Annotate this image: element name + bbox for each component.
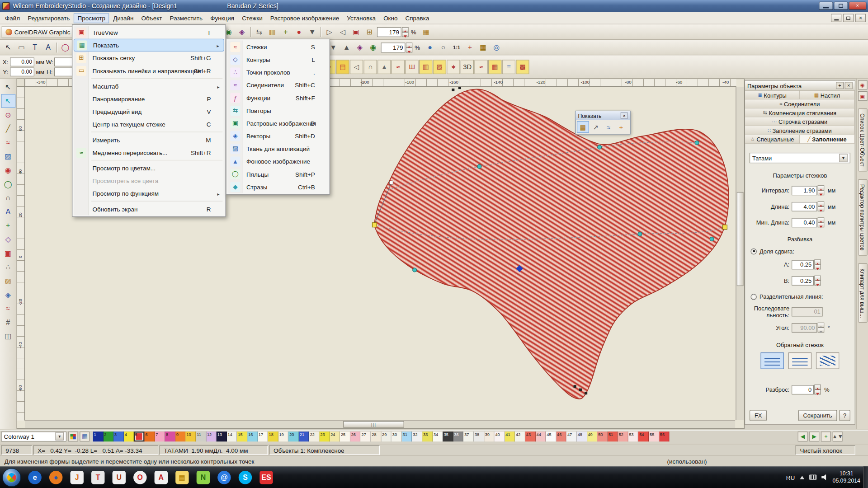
toolbar-icon[interactable]: ▥: [266, 25, 279, 38]
stitch-effect-icon[interactable]: ∩: [364, 60, 377, 74]
toolbar-icon[interactable]: T: [28, 41, 41, 54]
docked-panel-tab[interactable]: Клипарт для выш...: [858, 263, 867, 323]
show-submenu-item[interactable]: ◈ Векторы Shift+D: [227, 130, 328, 142]
palette-scroll-icon[interactable]: ▲▼: [833, 431, 843, 441]
color-swatch[interactable]: 19: [278, 431, 289, 441]
color-swatch[interactable]: 13: [217, 431, 227, 441]
menu-item[interactable]: Функция: [207, 13, 238, 23]
view-menu-item[interactable]: ▣ TrueView T: [74, 26, 224, 39]
color-swatch[interactable]: 44: [536, 431, 546, 441]
stitch-effect-icon[interactable]: ∗: [447, 60, 460, 74]
angle-spinner[interactable]: [818, 323, 825, 333]
coreldraw-mode-button[interactable]: CorelDRAW Graphic: [2, 26, 74, 38]
stitch-effect-icon[interactable]: ▩: [516, 60, 529, 74]
menu-item[interactable]: Растровое изображение: [266, 13, 343, 23]
start-button[interactable]: [2, 468, 21, 487]
color-swatch[interactable]: 45: [546, 431, 557, 441]
zoom-input[interactable]: 179: [377, 27, 401, 37]
tool-button[interactable]: #: [1, 315, 15, 329]
toolbar-icon[interactable]: [249, 25, 253, 38]
color-swatch[interactable]: 3: [113, 431, 124, 441]
toolbar-icon[interactable]: ⇆: [252, 25, 265, 38]
tool-button[interactable]: ∴: [1, 260, 15, 274]
tool-button[interactable]: ▣: [1, 246, 15, 260]
floating-toolbar-button[interactable]: ≈: [602, 121, 614, 133]
help-button[interactable]: ?: [839, 410, 850, 421]
view-menu-item[interactable]: Просмотр по функциям: [74, 187, 224, 200]
fx-button[interactable]: FX: [750, 410, 767, 421]
scrollbar-thumb[interactable]: [737, 192, 744, 286]
mdi-close-button[interactable]: ×: [855, 14, 866, 22]
panel-tab[interactable]: ⋯Строчка стразами: [745, 117, 854, 126]
taskbar-app[interactable]: ES: [256, 468, 277, 487]
floating-toolbar-button[interactable]: ▦: [577, 121, 589, 133]
taskbar-app[interactable]: ▤: [172, 468, 193, 487]
backstitch-option-1[interactable]: [760, 352, 783, 369]
strip-button[interactable]: ▣: [858, 91, 867, 101]
sequence-input[interactable]: 01: [792, 307, 823, 316]
color-swatch[interactable]: 23: [320, 431, 330, 441]
floating-toolbar-titlebar[interactable]: Показать ×: [576, 111, 630, 120]
color-swatch[interactable]: 8: [165, 431, 175, 441]
toolbar-icon[interactable]: ▼: [306, 25, 319, 38]
color-swatch[interactable]: 11: [196, 431, 206, 441]
stitch-effect-icon[interactable]: ≈: [392, 60, 405, 74]
color-swatch[interactable]: 52: [618, 431, 628, 441]
taskbar-app[interactable]: T: [87, 468, 108, 487]
toolbar-icon[interactable]: 1:1: [450, 41, 463, 54]
color-swatch[interactable]: 40: [495, 431, 505, 441]
color-swatch[interactable]: 48: [577, 431, 587, 441]
x-input[interactable]: 0.00: [10, 57, 34, 66]
color-swatch[interactable]: 20: [288, 431, 299, 441]
show-submenu-item[interactable]: ⇆ Повторы: [227, 104, 328, 117]
tool-button[interactable]: ◉: [1, 163, 15, 177]
minimize-button[interactable]: [819, 2, 833, 10]
color-swatch[interactable]: 10: [186, 431, 196, 441]
toolbar-icon[interactable]: ○: [437, 41, 450, 54]
color-swatch[interactable]: 2: [103, 431, 113, 441]
toolbar-icon[interactable]: ▣: [349, 25, 363, 38]
stitch-effect-icon[interactable]: ▦: [488, 60, 501, 74]
tool-button[interactable]: ╱: [1, 122, 15, 136]
toolbar-icon[interactable]: ◯: [59, 41, 72, 54]
panel-pin-icon[interactable]: +: [836, 82, 844, 89]
parameter-input[interactable]: 0.40: [792, 218, 817, 227]
angle-input[interactable]: 90.00: [792, 323, 817, 332]
color-swatch[interactable]: 41: [505, 431, 515, 441]
y-input[interactable]: 0.00: [10, 67, 34, 76]
color-swatch[interactable]: 15: [237, 431, 247, 441]
view-menu-item[interactable]: ≈ Медленно перерисовать... Shift+R: [74, 146, 224, 159]
toolbar-icon[interactable]: ◁: [336, 25, 349, 38]
view-menu-item[interactable]: Измерить M: [74, 133, 224, 146]
show-submenu-item[interactable]: ≈ Стежки S: [227, 40, 328, 53]
taskbar-app[interactable]: S: [235, 468, 256, 487]
color-swatch[interactable]: 28: [371, 431, 381, 441]
horizontal-scrollbar[interactable]: |||: [25, 420, 735, 428]
toolbar-icon[interactable]: ↖: [2, 41, 15, 54]
panel-close-icon[interactable]: ×: [845, 82, 853, 89]
keyboard-icon[interactable]: [809, 475, 816, 480]
menu-item[interactable]: Стежки: [238, 13, 267, 23]
stitch-effect-icon[interactable]: Ш: [405, 60, 418, 74]
toolbar-icon[interactable]: A: [42, 41, 55, 54]
show-submenu-item[interactable]: ▲ Фоновое изображение: [227, 155, 328, 168]
stitch-effect-icon[interactable]: ≈: [475, 60, 488, 74]
zoom-input-2[interactable]: 179: [381, 42, 405, 52]
floating-toolbar-close-icon[interactable]: ×: [621, 113, 628, 119]
show-submenu-item[interactable]: ◯ Пяльцы Shift+P: [227, 168, 328, 180]
color-swatch[interactable]: 1: [93, 431, 104, 441]
view-menu-item[interactable]: Просмотр по цветам...: [74, 162, 224, 174]
colorway-dropdown[interactable]: Colorway 1 ▼: [1, 431, 66, 441]
panel-tab[interactable]: ∷Заполнение стразами: [745, 126, 854, 134]
color-swatch[interactable]: 46: [556, 431, 566, 441]
stitch-effect-icon[interactable]: 3D: [461, 60, 474, 74]
thread-colors-icon[interactable]: ▦: [80, 431, 90, 441]
fraction-spinner[interactable]: [814, 276, 821, 286]
color-swatch[interactable]: 24: [330, 431, 340, 441]
tool-button[interactable]: ∩: [1, 191, 15, 205]
backstitch-option-3[interactable]: [816, 352, 839, 369]
menu-item[interactable]: Дизайн: [109, 13, 137, 23]
stitch-effect-icon[interactable]: ◁: [350, 60, 363, 74]
show-submenu-item[interactable]: ∴ Точки проколов .: [227, 66, 328, 79]
toolbar-icon[interactable]: ◉: [367, 41, 380, 54]
